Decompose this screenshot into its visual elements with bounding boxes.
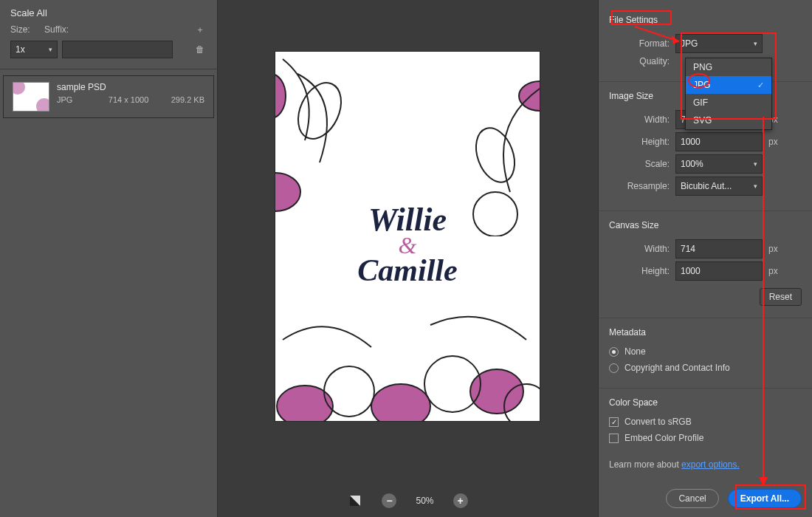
quality-label: Quality: <box>609 56 675 66</box>
checkbox-icon: ✓ <box>609 417 619 427</box>
canvas-width-label: Width: <box>609 244 675 254</box>
chevron-down-icon: ▾ <box>754 160 757 168</box>
export-options-link[interactable]: export options. <box>681 459 740 470</box>
zoom-out-button[interactable]: − <box>382 493 396 508</box>
scale-header-row: Size: Suffix: ＋ <box>0 23 217 41</box>
unit-px: px <box>763 244 785 254</box>
convert-srgb-checkbox[interactable]: ✓ Convert to sRGB <box>609 414 802 430</box>
unit-px: px <box>763 137 785 147</box>
add-row-icon[interactable]: ＋ <box>193 23 207 36</box>
check-icon: ✓ <box>757 81 764 90</box>
image-height-input[interactable]: 1000 <box>675 132 763 151</box>
floral-bottom <box>275 295 540 421</box>
metadata-title: Metadata <box>609 323 646 343</box>
preview-panel: Willie & Camille − 50% + <box>218 0 598 517</box>
footer-buttons: Cancel Export All... <box>666 489 802 508</box>
chevron-down-icon: ▾ <box>754 40 757 47</box>
asset-dimensions: 714 x 1000 <box>109 95 148 104</box>
color-space-title: Color Space <box>609 393 658 414</box>
canvas-size-title: Canvas Size <box>609 216 658 236</box>
chevron-down-icon: ▾ <box>49 46 52 53</box>
image-height-label: Height: <box>609 137 675 147</box>
floral-top-left <box>275 52 371 214</box>
export-all-button[interactable]: Export All... <box>728 489 802 508</box>
chevron-down-icon: ▾ <box>754 182 757 190</box>
reset-button[interactable]: Reset <box>760 288 802 306</box>
preview-canvas[interactable]: Willie & Camille <box>275 52 540 421</box>
format-option-gif[interactable]: GIF <box>686 94 771 112</box>
svg-point-7 <box>371 384 430 421</box>
file-settings-title: File Settings <box>609 10 658 31</box>
radio-icon <box>609 347 619 357</box>
resample-label: Resample: <box>609 181 675 191</box>
asset-thumbnail <box>13 82 49 112</box>
contrast-toggle-icon[interactable] <box>348 493 362 508</box>
resample-select[interactable]: Bicubic Aut...▾ <box>675 177 763 196</box>
learn-more-row: Learn more about export options. <box>599 453 812 476</box>
asset-meta: sample PSD JPG 714 x 1000 299.2 KB <box>57 82 204 104</box>
checkbox-icon <box>609 434 619 443</box>
canvas-height-label: Height: <box>609 266 675 276</box>
left-divider <box>0 69 217 69</box>
scale-all-title: Scale All <box>0 0 217 23</box>
format-select[interactable]: JPG ▾ <box>675 34 763 53</box>
format-label: Format: <box>609 38 675 49</box>
invite-name-2: Camille <box>275 253 540 288</box>
asset-format: JPG <box>57 95 72 104</box>
svg-point-2 <box>290 76 350 145</box>
format-value: JPG <box>681 38 698 49</box>
left-panel: Scale All Size: Suffix: ＋ 1x ▾ 🗑 sample … <box>0 0 218 517</box>
unit-px: px <box>763 266 785 276</box>
canvas-size-group: Canvas Size Width: 714 px Height: 1000 p… <box>599 211 812 313</box>
asset-row[interactable]: sample PSD JPG 714 x 1000 299.2 KB <box>3 75 214 118</box>
metadata-none-radio[interactable]: None <box>609 343 802 360</box>
image-size-title: Image Size <box>609 86 653 107</box>
radio-icon <box>609 363 619 373</box>
metadata-copyright-radio[interactable]: Copyright and Contact Info <box>609 360 802 376</box>
scale-values-row: 1x ▾ 🗑 <box>0 41 217 63</box>
svg-point-4 <box>469 123 521 188</box>
delete-row-icon[interactable]: 🗑 <box>193 43 207 56</box>
metadata-group: Metadata None Copyright and Contact Info <box>599 318 812 383</box>
svg-point-8 <box>470 369 523 414</box>
canvas-width-input[interactable]: 714 <box>675 239 763 258</box>
color-space-group: Color Space ✓ Convert to sRGB Embed Colo… <box>599 388 812 453</box>
embed-profile-checkbox[interactable]: Embed Color Profile <box>609 430 802 446</box>
format-option-jpg[interactable]: JPG✓ <box>686 76 771 94</box>
cancel-button[interactable]: Cancel <box>666 489 718 508</box>
zoom-bar: − 50% + <box>218 493 598 508</box>
svg-point-9 <box>324 366 374 417</box>
image-width-label: Width: <box>609 114 675 125</box>
asset-filesize: 299.2 KB <box>171 95 204 104</box>
zoom-in-button[interactable]: + <box>453 493 468 508</box>
scale-select[interactable]: 100%▾ <box>675 154 763 174</box>
format-option-svg[interactable]: SVG <box>686 112 771 129</box>
size-value: 1x <box>16 44 25 55</box>
size-select[interactable]: 1x ▾ <box>10 41 58 58</box>
format-option-png[interactable]: PNG <box>686 58 771 76</box>
suffix-input[interactable] <box>62 41 173 58</box>
svg-point-1 <box>275 74 286 118</box>
scale-label: Scale: <box>609 159 675 169</box>
asset-name: sample PSD <box>57 82 204 92</box>
size-label: Size: <box>10 24 40 35</box>
format-dropdown-menu[interactable]: PNG JPG✓ GIF SVG <box>685 58 772 130</box>
suffix-label: Suffix: <box>44 24 89 35</box>
canvas-height-input[interactable]: 1000 <box>675 261 763 281</box>
zoom-percent: 50% <box>416 496 433 506</box>
